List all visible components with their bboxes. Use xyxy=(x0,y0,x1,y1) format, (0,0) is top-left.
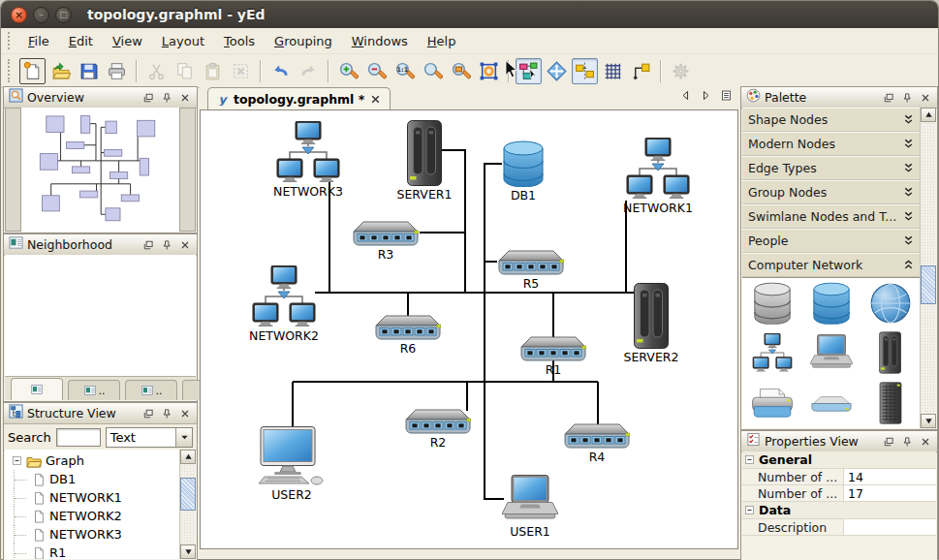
overview-minimap[interactable] xyxy=(21,108,179,232)
magnifier-button[interactable] xyxy=(420,58,446,84)
float-icon[interactable] xyxy=(881,434,895,449)
scroll-down-button[interactable] xyxy=(180,544,196,559)
pin-icon[interactable] xyxy=(899,434,914,449)
palette-section-people[interactable]: People xyxy=(742,229,920,253)
pin-icon[interactable] xyxy=(159,90,173,105)
neighborhood-tab-2[interactable]: .. xyxy=(68,380,120,400)
neighborhood-tab-1[interactable] xyxy=(11,378,63,400)
scroll-thumb[interactable] xyxy=(180,478,196,511)
tree-item-graph[interactable]: Graph xyxy=(5,451,179,470)
print-button[interactable] xyxy=(104,58,130,84)
scroll-track[interactable] xyxy=(180,464,196,544)
zoom-in-button[interactable] xyxy=(335,58,361,84)
palette-section-edge-types[interactable]: Edge Types xyxy=(742,156,920,180)
fit-content-button[interactable] xyxy=(476,58,502,84)
pan-mode-button[interactable] xyxy=(544,58,570,84)
menubar-grip[interactable] xyxy=(8,32,13,49)
palette-item-server-tower[interactable] xyxy=(861,328,920,379)
grid-button[interactable] xyxy=(600,58,626,84)
structure-search-row: Search Text xyxy=(4,424,197,451)
float-icon[interactable] xyxy=(881,90,895,105)
palette-item-laptop[interactable] xyxy=(801,328,861,379)
close-icon[interactable] xyxy=(177,406,192,420)
zoom-to-selection-button[interactable] xyxy=(448,58,474,84)
scroll-thumb[interactable] xyxy=(921,265,936,304)
menu-item-windows[interactable]: Windows xyxy=(342,31,418,51)
scroll-up-button[interactable] xyxy=(921,108,936,122)
edit-mode-button[interactable] xyxy=(516,58,542,84)
properties-view-icon xyxy=(746,432,761,451)
menu-item-help[interactable]: Help xyxy=(418,31,466,51)
tab-list-icon[interactable] xyxy=(720,89,733,102)
overview-right-strip[interactable] xyxy=(179,108,196,232)
menu-item-grouping[interactable]: Grouping xyxy=(265,31,342,51)
menu-item-edit[interactable]: Edit xyxy=(59,31,103,51)
float-icon[interactable] xyxy=(141,237,155,252)
yed-logo-icon: y xyxy=(216,93,229,106)
search-filter-select[interactable]: Text xyxy=(106,427,193,448)
close-window-button[interactable]: × xyxy=(11,7,27,23)
menu-item-layout[interactable]: Layout xyxy=(152,31,214,51)
palette-section-modern-nodes[interactable]: Modern Nodes xyxy=(742,132,920,156)
document-tab[interactable]: y topology.graphml * xyxy=(207,87,391,109)
scroll-down-button[interactable] xyxy=(921,414,936,428)
close-icon[interactable] xyxy=(918,90,932,105)
palette-section-computer-network[interactable]: Computer Network xyxy=(742,253,920,277)
tree-item-network2[interactable]: NETWORK2 xyxy=(5,507,179,525)
palette-item-printer[interactable] xyxy=(742,378,801,428)
pin-icon[interactable] xyxy=(159,237,173,252)
zoom-out-button[interactable] xyxy=(363,58,390,84)
palette-item-network[interactable] xyxy=(742,328,801,379)
palette-section-shape-nodes[interactable]: Shape Nodes xyxy=(742,108,920,132)
palette-item-scanner[interactable] xyxy=(801,378,861,428)
tree-item-r1[interactable]: R1 xyxy=(5,544,179,559)
undo-button[interactable] xyxy=(267,58,294,84)
tree-item-network3[interactable]: NETWORK3 xyxy=(5,525,179,544)
float-icon[interactable] xyxy=(141,406,155,420)
palette-item-database-gray[interactable] xyxy=(742,278,801,328)
menu-item-view[interactable]: View xyxy=(103,31,152,51)
palette-section-group-nodes[interactable]: Group Nodes xyxy=(742,180,920,204)
next-tab-icon[interactable] xyxy=(700,89,712,102)
scroll-up-button[interactable] xyxy=(180,450,196,464)
scroll-track[interactable] xyxy=(921,122,936,414)
open-button[interactable] xyxy=(47,58,74,84)
save-button[interactable] xyxy=(76,58,102,84)
toolbar-grip[interactable] xyxy=(8,59,13,82)
orthogonal-edges-button[interactable] xyxy=(628,58,654,84)
tree-item-db1[interactable]: DB1 xyxy=(5,470,179,488)
palette-item-server-rack[interactable] xyxy=(861,378,920,428)
svg-text:USER1: USER1 xyxy=(510,524,550,539)
menu-item-file[interactable]: File xyxy=(18,31,59,51)
palette-scrollbar[interactable] xyxy=(920,108,936,428)
pin-icon[interactable] xyxy=(899,90,914,105)
minimize-window-button[interactable]: – xyxy=(33,7,49,23)
close-icon[interactable] xyxy=(177,237,192,252)
maximize-window-button[interactable]: □ xyxy=(55,7,72,23)
property-value[interactable]: 14 xyxy=(843,469,936,484)
overview-left-strip[interactable] xyxy=(5,108,21,232)
search-input[interactable] xyxy=(56,428,101,447)
graph-canvas[interactable]: NETWORK3SERVER1DB1NETWORK1R3R5NETWORK2R6… xyxy=(200,109,738,549)
structure-scrollbar[interactable] xyxy=(179,450,196,559)
previous-tab-icon[interactable] xyxy=(679,89,692,102)
neighborhood-tab-3[interactable]: .. xyxy=(125,380,177,400)
close-icon[interactable] xyxy=(918,434,932,449)
pin-icon[interactable] xyxy=(159,406,173,420)
property-group-data[interactable]: Data xyxy=(742,502,936,519)
menu-item-tools[interactable]: Tools xyxy=(214,31,265,51)
tree-item-network1[interactable]: NETWORK1 xyxy=(5,488,179,507)
tab-close-icon[interactable] xyxy=(369,93,382,106)
property-value[interactable] xyxy=(843,519,936,535)
property-value[interactable]: 17 xyxy=(843,485,936,501)
chevron-down-icon[interactable] xyxy=(175,428,192,447)
snap-lines-button[interactable] xyxy=(572,58,598,84)
palette-item-database-blue[interactable] xyxy=(801,278,861,328)
new-document-button[interactable] xyxy=(19,58,46,84)
zoom-actual-size-button[interactable]: 1:1 xyxy=(391,58,418,84)
close-icon[interactable] xyxy=(177,90,192,105)
float-icon[interactable] xyxy=(141,90,155,105)
palette-item-globe[interactable] xyxy=(861,278,920,328)
property-group-general[interactable]: General xyxy=(742,451,936,469)
palette-section-swimlane-nodes-and-t[interactable]: Swimlane Nodes and T... xyxy=(742,204,920,229)
